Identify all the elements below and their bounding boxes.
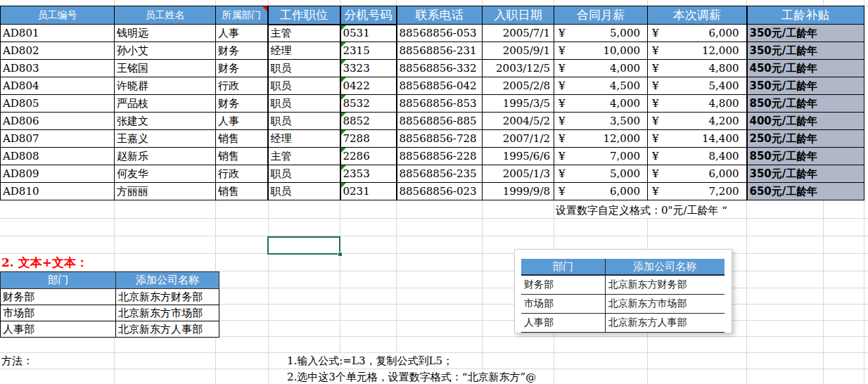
col-header[interactable]: 部门 [1,272,116,289]
cell-position[interactable]: 职员 [268,113,340,130]
cell-extension[interactable]: 2315 [340,42,397,60]
cell-employee-name[interactable]: 严品枝 [115,95,216,113]
cell-department[interactable]: 财务部 [521,275,605,294]
cell-position[interactable]: 职员 [268,95,340,113]
cell-hire-date[interactable]: 2003/12/5 [483,60,554,77]
cell-seniority-allowance[interactable]: 850元/工龄年 [747,95,864,113]
cell-hire-date[interactable]: 1995/6/6 [483,148,554,165]
col-header[interactable]: 部门 [521,259,605,275]
cell-seniority-allowance[interactable]: 650元/工龄年 [747,183,864,200]
cell-adjusted-salary[interactable]: ¥12,000 [648,42,747,60]
cell-phone[interactable]: 88568856-023 [397,183,483,200]
cell-hire-date[interactable]: 2004/5/2 [483,113,554,130]
cell-contract-salary[interactable]: ¥4,500 [554,77,648,95]
cell-department[interactable]: 销售 [216,183,268,200]
col-header-salary[interactable]: 合同月薪 [554,6,648,25]
cell-contract-salary[interactable]: ¥5,000 [554,25,648,42]
col-header[interactable]: 添加公司名称 [116,272,219,289]
cell-contract-salary[interactable]: ¥5,000 [554,165,648,183]
cell-phone[interactable]: 88568856-042 [397,77,483,95]
fill-handle[interactable] [338,252,343,257]
cell-adjusted-salary[interactable]: ¥7,200 [648,183,747,200]
cell-employee-id[interactable]: AD808 [1,148,115,165]
cell-phone[interactable]: 88568856-885 [397,113,483,130]
cell-phone[interactable]: 88568856-053 [397,25,483,42]
cell-department[interactable]: 销售 [216,130,268,148]
col-header-name[interactable]: 员工姓名 [115,6,216,25]
cell-employee-name[interactable]: 张建文 [115,113,216,130]
format-note-cell[interactable]: 设置数字自定义格式：0"元/工龄年 “ [556,203,731,218]
cell-position[interactable]: 职员 [268,165,340,183]
cell-adjusted-salary[interactable]: ¥6,000 [648,165,747,183]
cell-phone[interactable]: 88568856-235 [397,165,483,183]
cell-employee-id[interactable]: AD806 [1,113,115,130]
cell-extension[interactable]: 7288 [340,130,397,148]
cell-department[interactable]: 市场部 [1,305,116,321]
cell-hire-date[interactable]: 2005/1/3 [483,165,554,183]
cell-extension[interactable]: 0422 [340,77,397,95]
cell-extension[interactable]: 0531 [340,25,397,42]
cell-adjusted-salary[interactable]: ¥14,400 [648,130,747,148]
cell-employee-id[interactable]: AD807 [1,130,115,148]
section2-heading[interactable]: 2. 文本+文本： [1,254,91,271]
cell-extension[interactable]: 3323 [340,60,397,77]
cell-phone[interactable]: 88568856-853 [397,95,483,113]
cell-adjusted-salary[interactable]: ¥4,800 [648,60,747,77]
selected-cell[interactable] [267,236,340,255]
cell-seniority-allowance[interactable]: 350元/工龄年 [747,165,864,183]
cell-seniority-allowance[interactable]: 350元/工龄年 [747,25,864,42]
cell-extension[interactable]: 2353 [340,165,397,183]
cell-hire-date[interactable]: 2005/9/1 [483,42,554,60]
cell-position[interactable]: 职员 [268,183,340,200]
cell-department[interactable]: 财务 [216,42,268,60]
cell-extension[interactable]: 0231 [340,183,397,200]
cell-department[interactable]: 财务 [216,95,268,113]
col-header-id[interactable]: 员工编号 [1,6,115,25]
cell-seniority-allowance[interactable]: 250元/工龄年 [747,130,864,148]
cell-company-name[interactable]: 北京新东方市场部 [116,305,219,321]
cell-phone[interactable]: 88568856-332 [397,60,483,77]
cell-company-name[interactable]: 北京新东方财务部 [605,275,725,294]
col-header-phone[interactable]: 联系电话 [397,6,483,25]
cell-company-name[interactable]: 北京新东方财务部 [116,289,219,305]
cell-adjusted-salary[interactable]: ¥4,200 [648,113,747,130]
cell-department[interactable]: 销售 [216,148,268,165]
cell-phone[interactable]: 88568856-228 [397,148,483,165]
col-header-hire_date[interactable]: 入职日期 [483,6,554,25]
method-step2-cell[interactable]: 2.选中这3个单元格，设置数字格式：“北京新东方”@ [287,369,540,384]
cell-position[interactable]: 经理 [268,42,340,60]
pasted-table-image[interactable]: 部门添加公司名称 财务部北京新东方财务部市场部北京新东方市场部人事部北京新东方人… [514,249,732,333]
cell-position[interactable]: 职员 [268,60,340,77]
cell-contract-salary[interactable]: ¥4,000 [554,95,648,113]
cell-contract-salary[interactable]: ¥10,000 [554,42,648,60]
cell-company-name[interactable]: 北京新东方人事部 [605,313,725,332]
cell-employee-id[interactable]: AD805 [1,95,115,113]
cell-department[interactable]: 行政 [216,77,268,95]
cell-company-name[interactable]: 北京新东方人事部 [116,321,219,338]
cell-department[interactable]: 人事 [216,113,268,130]
cell-seniority-allowance[interactable]: 400元/工龄年 [747,113,864,130]
cell-department[interactable]: 人事部 [1,321,116,338]
cell-seniority-allowance[interactable]: 450元/工龄年 [747,60,864,77]
cell-position[interactable]: 主管 [268,25,340,42]
cell-department[interactable]: 财务 [216,60,268,77]
cell-hire-date[interactable]: 2007/1/2 [483,130,554,148]
cell-employee-id[interactable]: AD801 [1,25,115,42]
cell-employee-name[interactable]: 许晓群 [115,77,216,95]
cell-employee-name[interactable]: 钱明远 [115,25,216,42]
cell-contract-salary[interactable]: ¥3,500 [554,113,648,130]
col-header-ext[interactable]: 分机号码 [340,6,397,25]
cell-employee-id[interactable]: AD809 [1,165,115,183]
cell-employee-name[interactable]: 赵新乐 [115,148,216,165]
cell-hire-date[interactable]: 2005/2/8 [483,77,554,95]
cell-department[interactable]: 财务部 [1,289,116,305]
cell-hire-date[interactable]: 2005/7/1 [483,25,554,42]
col-header-position[interactable]: 工作职位 [268,6,340,25]
cell-contract-salary[interactable]: ¥7,000 [554,148,648,165]
cell-adjusted-salary[interactable]: ¥4,800 [648,95,747,113]
cell-employee-name[interactable]: 方丽丽 [115,183,216,200]
cell-employee-name[interactable]: 王嘉义 [115,130,216,148]
col-header-adjusted[interactable]: 本次调薪 [648,6,747,25]
cell-hire-date[interactable]: 1999/9/8 [483,183,554,200]
cell-adjusted-salary[interactable]: ¥5,400 [648,77,747,95]
